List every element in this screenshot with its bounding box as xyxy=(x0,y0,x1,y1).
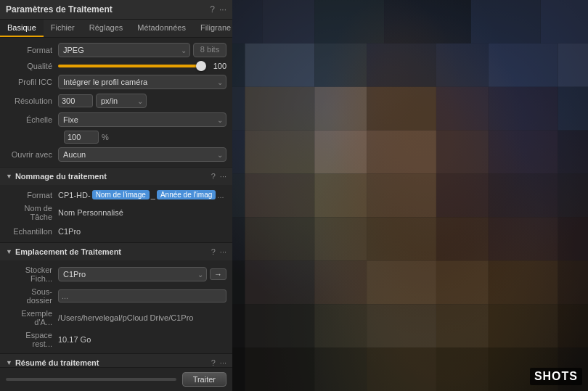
location-help-icon[interactable]: ? xyxy=(211,247,216,256)
svg-rect-52 xyxy=(367,304,436,347)
subfolder-dots[interactable]: ... xyxy=(62,292,68,300)
open-with-select-wrapper[interactable]: Aucun xyxy=(58,147,226,162)
summary-section-title: Résumé du traitement xyxy=(15,358,99,367)
process-button[interactable]: Traiter xyxy=(182,372,226,387)
help-icon[interactable]: ? xyxy=(210,4,215,15)
svg-rect-42 xyxy=(232,260,245,304)
scale-row: Échelle Fixe Ajuster xyxy=(0,110,232,129)
bits-box: 8 bits xyxy=(193,43,226,57)
svg-rect-60 xyxy=(436,347,489,391)
tab-reglages[interactable]: Réglages xyxy=(82,20,130,37)
format-select[interactable]: JPEG TIFF PNG xyxy=(58,43,190,57)
svg-rect-15 xyxy=(245,87,314,131)
sample-row: Echantillon C1Pro xyxy=(0,223,232,239)
icc-row: Profil ICC Intégrer le profil caméra xyxy=(0,73,232,91)
open-with-control: Aucun xyxy=(58,147,226,162)
svg-rect-9 xyxy=(314,44,367,87)
scale-select[interactable]: Fixe Ajuster xyxy=(58,112,226,127)
svg-rect-19 xyxy=(489,87,558,131)
svg-rect-51 xyxy=(314,304,367,347)
store-label: Stocker Fich... xyxy=(6,266,58,283)
format-select-wrapper[interactable]: JPEG TIFF PNG xyxy=(58,43,190,57)
pixel-portrait-svg xyxy=(232,0,588,391)
naming-tokens: CP1-HD- Nom de l'image _ Année de l'imag… xyxy=(58,190,226,199)
tab-filigrane[interactable]: Filigrane xyxy=(193,20,232,37)
svg-rect-53 xyxy=(436,304,489,347)
svg-rect-30 xyxy=(314,174,367,218)
panel-title: Paramètres de Traitement xyxy=(6,4,113,15)
scale-select-wrapper[interactable]: Fixe Ajuster xyxy=(58,112,226,127)
icc-label: Profil ICC xyxy=(6,78,58,86)
location-more-icon[interactable]: ··· xyxy=(220,247,226,256)
tab-fichier[interactable]: Fichier xyxy=(44,20,82,37)
example-row: Exemple d'A... /Users/hervelegal/pCloud … xyxy=(0,307,232,329)
bottom-slider[interactable] xyxy=(6,378,176,381)
scale-control: Fixe Ajuster xyxy=(58,112,226,127)
tab-basique[interactable]: Basique xyxy=(0,20,44,37)
scale-label: Échelle xyxy=(6,115,58,124)
open-with-select[interactable]: Aucun xyxy=(58,147,226,162)
resolution-label: Résolution xyxy=(6,96,58,105)
svg-rect-45 xyxy=(367,260,436,304)
svg-rect-4 xyxy=(384,0,471,44)
more-icon[interactable]: ··· xyxy=(219,4,226,15)
naming-section-header[interactable]: ▼ Nommage du traitement ? ··· xyxy=(0,168,232,185)
svg-rect-40 xyxy=(489,217,558,260)
summary-more-icon[interactable]: ··· xyxy=(220,358,226,367)
icc-select[interactable]: Intégrer le profil caméra xyxy=(58,75,226,89)
panel-header-icons: ? ··· xyxy=(210,4,226,15)
resolution-unit-wrapper[interactable]: px/in px/cm xyxy=(96,94,147,108)
store-row: Stocker Fich... C1Pro → xyxy=(0,263,232,285)
icc-select-wrapper[interactable]: Intégrer le profil caméra xyxy=(58,75,226,89)
quality-slider[interactable] xyxy=(58,65,205,67)
summary-section-header[interactable]: ▼ Résumé du traitement ? ··· xyxy=(0,354,232,367)
naming-help-icon[interactable]: ? xyxy=(211,172,216,181)
naming-section: ▼ Nommage du traitement ? ··· Format CP1… xyxy=(0,168,232,243)
svg-rect-11 xyxy=(436,44,489,87)
svg-rect-1 xyxy=(232,0,262,44)
token-year[interactable]: Année de l'imag xyxy=(157,190,216,199)
resolution-input[interactable]: 300 xyxy=(58,94,93,107)
svg-rect-49 xyxy=(232,304,245,347)
token-image-name[interactable]: Nom de l'image xyxy=(92,190,150,199)
svg-rect-18 xyxy=(436,87,489,131)
store-select-wrapper[interactable]: C1Pro xyxy=(58,267,207,281)
naming-more-icon[interactable]: ··· xyxy=(220,172,226,181)
token-more[interactable]: ... xyxy=(217,191,224,199)
svg-rect-26 xyxy=(489,131,558,174)
resolution-control: 300 px/in px/cm xyxy=(58,94,226,108)
store-arrow-btn[interactable]: → xyxy=(210,268,226,280)
naming-format-row: Format CP1-HD- Nom de l'image _ Année de… xyxy=(0,188,232,202)
naming-form: Format CP1-HD- Nom de l'image _ Année de… xyxy=(0,185,232,242)
open-with-label: Ouvrir avec xyxy=(6,150,58,159)
svg-rect-2 xyxy=(262,0,314,44)
bottom-bar: Traiter xyxy=(0,367,232,391)
svg-rect-32 xyxy=(436,174,489,218)
scale-percent-row: % xyxy=(0,129,232,145)
location-section-header[interactable]: ▼ Emplacement de Traitement ? ··· xyxy=(0,243,232,260)
panel-header: Paramètres de Traitement ? ··· xyxy=(0,0,232,20)
svg-rect-36 xyxy=(245,217,314,260)
svg-rect-44 xyxy=(314,260,367,304)
resolution-row: Résolution 300 px/in px/cm xyxy=(0,91,232,110)
quality-label: Qualité xyxy=(6,62,58,70)
tab-metadonnees[interactable]: Métadonnées xyxy=(130,20,193,37)
svg-rect-48 xyxy=(558,260,588,304)
svg-rect-34 xyxy=(558,174,588,218)
task-name-row: Nom de Tâche Nom Personnalisé xyxy=(0,202,232,223)
slider-thumb[interactable] xyxy=(196,61,206,71)
scale-percent-input[interactable] xyxy=(64,131,99,144)
svg-rect-3 xyxy=(314,0,384,44)
svg-rect-24 xyxy=(367,131,436,174)
svg-rect-59 xyxy=(367,347,436,391)
naming-format-label: Format xyxy=(6,191,58,199)
store-select[interactable]: C1Pro xyxy=(58,267,207,281)
space-row: Espace rest... 10.17 Go xyxy=(0,329,232,350)
tabs-row: Basique Fichier Réglages Métadonnées Fil… xyxy=(0,20,232,38)
resolution-unit-select[interactable]: px/in px/cm xyxy=(96,94,147,108)
location-section-icons: ? ··· xyxy=(211,247,226,256)
naming-chevron-icon: ▼ xyxy=(6,173,12,180)
summary-help-icon[interactable]: ? xyxy=(211,358,216,367)
naming-section-title-group: ▼ Nommage du traitement xyxy=(6,172,107,181)
svg-rect-39 xyxy=(436,217,489,260)
